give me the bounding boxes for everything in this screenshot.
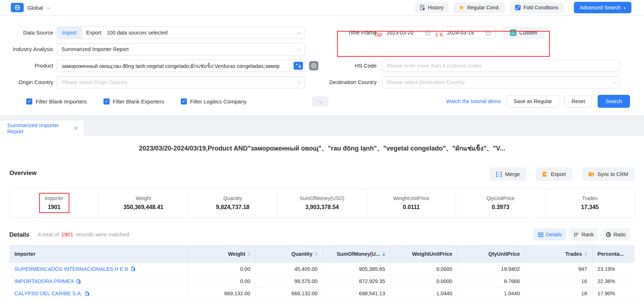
search-button[interactable]: Search [598,95,630,108]
close-icon[interactable]: × [74,125,78,132]
overview-stats: Importer 1901 Weight 350,369,448.41 Quan… [9,188,635,218]
filter-logistics-company-checkbox[interactable]: ✓ Filter Logitics Company [181,98,247,105]
data-sources-select[interactable]: 100 data sources selected [102,27,305,39]
column-header-qty-unit-price[interactable]: QtyUnitPrice [457,245,525,263]
folder-sync-icon [588,172,594,177]
export-button[interactable]: Export [536,167,572,181]
hs-code-input[interactable] [382,60,620,72]
reset-button[interactable]: Reset [565,95,592,108]
filters-row: ✓ Filter Blank Importers ✓ Filter Blank … [0,95,644,108]
chevron-down-icon [612,80,616,84]
column-header-quantity[interactable]: Quantity [256,245,323,263]
importer-link[interactable]: IMPORTADORA PRIMEX [14,278,74,284]
stat-quantity: Quantity 9,824,737.18 [188,189,277,217]
tutorial-demo-link[interactable]: Watch the tutorial demo [446,98,501,104]
column-header-importer[interactable]: Importer [9,245,188,263]
sort-icon[interactable] [248,252,250,256]
stat-trades: Trades 17,345 [546,189,634,217]
chevron-down-icon [297,30,301,34]
merge-label: Merge [505,171,520,177]
fold-conditions-button[interactable]: Fold Conditions [510,2,564,13]
destination-country-select[interactable]: Please select Destination Country [382,76,620,88]
view-switcher: Details Rank Ratio [533,228,630,241]
region-selector[interactable]: Global [11,3,50,12]
column-header-sum-of-money[interactable]: SumOfMoney(U... [323,245,390,263]
fold-icon [515,5,521,10]
history-label: History [428,5,444,10]
qty-unit-price-cell: 19.9402 [457,263,525,275]
qty-unit-price-cell: 1.0440 [457,287,525,300]
custom-time-button[interactable]: Custom [503,27,544,39]
percentage-cell: 17.90% [592,287,635,300]
end-date-input[interactable]: 2024-03-19 [442,27,496,39]
column-header-trades[interactable]: Trades [525,245,592,263]
filter-blank-importers-checkbox[interactable]: ✓ Filter Blank Importers [26,98,87,105]
start-date-input[interactable]: 2023-03-20 [382,27,435,39]
sort-icon[interactable] [315,252,318,256]
percentage-cell: 23.19% [592,263,635,275]
origin-country-select[interactable]: Please select Origin Country [57,76,305,88]
sum-of-money-cell: 698,541.13 [323,287,390,300]
stat-value: 0.3973 [492,204,509,210]
details-header-row: Details A total of 1901 records were mat… [0,228,644,242]
sum-of-money-cell: 872,929.35 [323,275,390,287]
column-header-weight-unit-price[interactable]: WeightUnitPrice [390,245,457,263]
star-icon [459,5,464,10]
company-icon[interactable] [131,267,135,271]
end-date-value: 2024-03-19 [447,30,474,36]
company-icon[interactable] [85,291,89,296]
filter-blank-exporters-checkbox[interactable]: ✓ Filter Blank Exporters [104,98,164,105]
origin-country-label: Origin Country [0,76,53,88]
sort-icon-active-desc[interactable] [382,252,385,256]
stat-label: Importer [45,195,64,201]
stat-value: 350,369,448.41 [124,204,164,210]
stat-value: 1901 [48,204,61,210]
stat-value: 9,824,737.18 [216,204,249,210]
stat-label: WeightUnitPrice [393,195,429,201]
merge-button[interactable]: Merge [489,167,526,181]
import-toggle-button[interactable]: Import [57,27,81,38]
merge-icon [496,172,502,177]
custom-icon [510,29,516,36]
export-icon [542,171,548,177]
sort-icon[interactable] [584,252,587,256]
importer-link[interactable]: SUPERMERCADOS INTERNACIONALES H E B [14,266,128,272]
calendar-icon [486,30,491,36]
percentage-cell: 22.36% [592,275,635,287]
industry-analysis-select[interactable]: Summarized Importer Report [57,43,305,55]
industry-analysis-value: Summarized Importer Report [61,46,129,52]
product-input[interactable] [57,60,305,72]
tab-strip: Summarized Importer Report × [0,115,644,136]
column-header-percentage[interactable]: Percenta... [592,245,635,263]
tab-summarized-importer-report[interactable]: Summarized Importer Report × [0,121,83,136]
weight-cell: 0.00 [188,263,256,275]
export-label: Export [551,171,566,177]
details-view-button[interactable]: Details [533,228,566,241]
overview-heading: Overview [9,170,37,177]
weight-unit-price-cell: 0.0000 [390,263,457,275]
ratio-view-button[interactable]: Ratio [601,228,630,241]
total-count: 1901 [61,231,73,237]
company-icon[interactable] [77,279,81,284]
advanced-search-button[interactable]: Advanced Search › [574,2,631,13]
filter-label: Filter Blank Importers [36,98,87,105]
collapse-form-button[interactable] [312,96,328,106]
history-icon [420,5,425,10]
regular-cond-button[interactable]: Regular Cond. [454,2,505,13]
rank-view-button[interactable]: Rank [569,228,598,241]
sync-to-crm-button[interactable]: Sync to CRM [582,167,635,181]
filter-checkboxes: ✓ Filter Blank Importers ✓ Filter Blank … [26,95,247,108]
importer-link[interactable]: CALYPSO DEL CARIBE S.A. [14,291,82,296]
column-header-weight[interactable]: Weight [188,245,256,263]
history-button[interactable]: History [415,2,449,13]
trades-cell: 18 [525,287,592,300]
checkbox-checked-icon: ✓ [104,98,110,105]
save-as-regular-button[interactable]: Save as Regular [507,95,559,108]
stat-sum-of-money: SumOfMoney(USD) 3,903,378.54 [277,189,367,217]
start-date-value: 2023-03-20 [387,30,413,36]
stat-qty-unit-price: QtyUnitPrice 0.3973 [456,189,545,217]
region-label: Global [27,5,43,11]
translate-badge-icon[interactable] [294,62,303,70]
top-bar: Global History Regular Cond. Fold Condit… [0,0,644,15]
data-source-label: Data Source [0,27,53,39]
